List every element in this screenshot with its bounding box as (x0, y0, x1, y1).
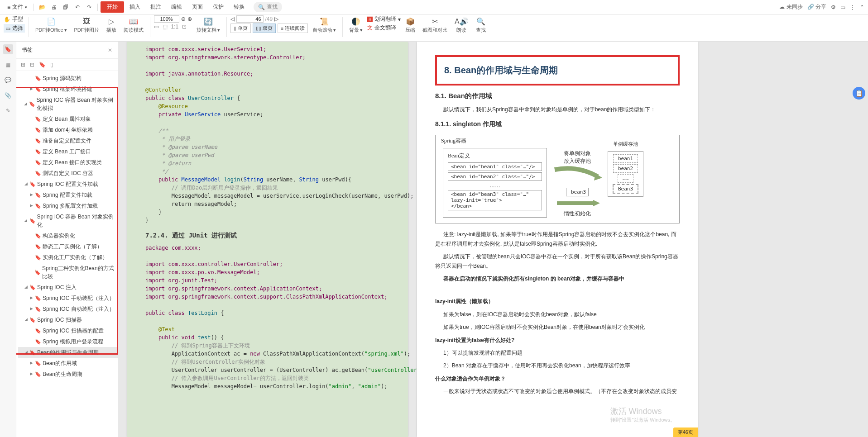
collapse-icon[interactable]: ⌃ (860, 4, 864, 10)
bookmark-item[interactable]: ▶🔖Spring 多配置文件加载 (18, 200, 118, 211)
paragraph: 默认情况下，被管理的bean只会IOC容器中存在一个实例，对于所有获取该Bean… (435, 252, 680, 271)
bookmark-item[interactable]: ◢🔖Spring IOC 配置文件加载 (18, 179, 118, 190)
bookmark-item[interactable]: ◢🔖Spring IOC 注入 (18, 282, 118, 293)
bookmark-item[interactable]: ◢🔖Spring IOC 容器 Bean 对象实例化模拟 (18, 95, 118, 114)
paragraph: 2）Bean 对象存在于缓存中，使用时不用再去实例化bean，加快程序运行效率 (435, 361, 680, 370)
undo-icon[interactable]: ↶ (72, 2, 83, 13)
pdf-to-office[interactable]: 📄PDF转Office▾ (33, 15, 70, 34)
bookmark-item[interactable]: ◢🔖Spring IOC 容器 Bean 对象实例化 (18, 211, 118, 230)
menubar-right: ☁ 未同步 🔗 分享 ⚙ ▭ ⋮ ⌃ (779, 3, 864, 11)
tab-edit[interactable]: 编辑 (167, 1, 187, 13)
comment-tab-icon[interactable]: 💬 (3, 75, 13, 85)
bookmark-item[interactable]: ◢🔖Bean的作用域与生命周期 (18, 347, 118, 358)
document-viewer[interactable]: 📋 import com.xxxx.service.UserService1; … (118, 42, 868, 437)
open-icon[interactable]: 📂 (37, 2, 48, 13)
tab-protect[interactable]: 保护 (208, 1, 228, 13)
tab-annotate[interactable]: 批注 (146, 1, 166, 13)
bookmark-item[interactable]: 🔖定义 Bean 属性对象 (18, 114, 118, 124)
fit-icon[interactable]: ⊡ (182, 24, 187, 30)
bookmark-item[interactable]: 🔖Spring IOC 扫描器的配置 (18, 325, 118, 336)
collapse-all-icon[interactable]: ⊟ (30, 62, 34, 68)
rotate-doc[interactable]: 🔄旋转文档▾ (194, 15, 223, 34)
bookmark-item[interactable]: 🔖添加 dom4j 坐标依赖 (18, 124, 118, 135)
zoom-in-icon[interactable]: ⊕ (187, 16, 192, 22)
expand-all-icon[interactable]: ⊞ (21, 62, 25, 68)
tab-start[interactable]: 开始 (101, 1, 124, 13)
bookmark-icon2[interactable]: ▯ (50, 62, 53, 68)
document-page-right: 8. Bean的作用域与生命周期 8.1. Bean的作用域 默认情况下，我们从… (417, 42, 698, 437)
settings-icon[interactable]: ⚙ (831, 4, 836, 10)
prev-page-icon[interactable]: ◁ (230, 16, 235, 22)
compress[interactable]: 📦压缩 (403, 15, 418, 34)
search-box[interactable]: 🔍 查找 (254, 2, 282, 12)
screenshot-compare[interactable]: ✂截图和对比 (420, 15, 450, 34)
bookmark-tree[interactable]: 🔖Spring 源码架构▶🔖Spring 框架环境搭建◢🔖Spring IOC … (16, 71, 118, 437)
bookmark-item[interactable]: ▶🔖Spring IOC 手动装配（注入） (18, 293, 118, 304)
thumbnail-tab-icon[interactable]: ▦ (3, 60, 13, 70)
paragraph: 容器在启动的情况下就实例化所有singleton 的 bean对象，并缓存与容器… (435, 274, 680, 283)
select-tool[interactable]: ▭ 选择 (4, 24, 25, 33)
hand-tool[interactable]: ✋ 手型 (4, 15, 25, 23)
redo-icon[interactable]: ↷ (84, 2, 95, 13)
bookmark-item[interactable]: ▶🔖Bean的生命周期 (18, 369, 118, 380)
autoscroll[interactable]: 📜自动滚动▾ (310, 15, 339, 34)
zoom-input[interactable]: 100% (154, 15, 179, 23)
full-translate[interactable]: 文 全文翻译 (367, 24, 401, 32)
bookmark-item[interactable]: 🔖构造器实例化 (18, 230, 118, 241)
bookmark-item[interactable]: 🔖定义 Bean 工厂接口 (18, 146, 118, 157)
tab-convert[interactable]: 转换 (229, 1, 249, 13)
page-input[interactable]: 46 (236, 15, 264, 23)
background[interactable]: 🌓背景▾ (346, 15, 365, 34)
file-menu[interactable]: ≡ 文件 ▾ (4, 1, 31, 13)
read-mode[interactable]: 📖阅读模式 (121, 15, 146, 34)
play-button[interactable]: ▷播放 (104, 15, 119, 34)
tab-page[interactable]: 页面 (187, 1, 207, 13)
zoom-out-icon[interactable]: ⊖ (181, 16, 186, 22)
find[interactable]: 🔍查找 (473, 15, 489, 34)
save-icon[interactable]: 🖨 (48, 2, 59, 13)
bookmark-item[interactable]: 🔖Spring三种实例化Bean的方式比较 (18, 263, 118, 282)
page-badge[interactable]: 第46页 (673, 428, 698, 437)
bookmark-item[interactable]: 🔖Spring 模拟用户登录流程 (18, 336, 118, 347)
heading-8-1-1: 8.1.1. singleton 作用域 (435, 120, 680, 128)
close-icon[interactable]: ✕ (108, 47, 112, 53)
continuous-btn[interactable]: ≡ 连续阅读 (278, 24, 308, 33)
bookmark-title: 书签 (22, 46, 33, 54)
signature-tab-icon[interactable]: ✎ (3, 106, 13, 116)
share-button[interactable]: 🔗 分享 (807, 3, 826, 11)
bookmark-item[interactable]: 🔖测试自定义 IOC 容器 (18, 168, 118, 179)
bookmark-item[interactable]: 🔖定义 Bean 接口的实现类 (18, 157, 118, 168)
sync-status[interactable]: ☁ 未同步 (779, 3, 802, 11)
paragraph: 一般来说对于无状态或状态不可改变的对象适合使用单例模式。（不存在会改变对象状态的… (435, 387, 680, 396)
more-icon[interactable]: ⋮ (850, 4, 855, 10)
next-page-icon[interactable]: ▷ (274, 16, 278, 22)
double-page-btn[interactable]: ▯▯ 双页 (253, 24, 276, 33)
svg-marker-1 (593, 200, 600, 206)
print-icon[interactable]: 🗐 (60, 2, 71, 13)
bookmark-item[interactable]: 🔖实例化工厂实例化（了解） (18, 252, 118, 263)
subheading: lazy-init属性（懒加载） (435, 297, 680, 306)
bookmark-item[interactable]: 🔖Spring 源码架构 (18, 73, 118, 84)
tab-insert[interactable]: 插入 (125, 1, 145, 13)
bookmark-item[interactable]: ▶🔖Spring 框架环境搭建 (18, 84, 118, 95)
fit-width-icon[interactable]: ▭ (154, 24, 159, 30)
read-aloud[interactable]: A🔊朗读 (452, 15, 471, 34)
word-translate[interactable]: 🅰 划词翻译▾ (367, 15, 401, 23)
actual-size-icon[interactable]: 1:1 (171, 24, 179, 30)
bookmark-item[interactable]: ◢🔖Spring IOC 扫描器 (18, 314, 118, 325)
heading-8: 8. Bean的作用域与生命周期 (435, 55, 680, 86)
float-assist-icon[interactable]: 📋 (853, 87, 865, 100)
bookmark-panel: 书签 ✕ ⊞ ⊟ 🔖 ▯ 🔖Spring 源码架构▶🔖Spring 框架环境搭建… (16, 42, 118, 437)
add-bookmark-icon[interactable]: 🔖 (39, 62, 46, 68)
bookmark-item[interactable]: 🔖静态工厂实例化（了解） (18, 241, 118, 252)
bookmark-item[interactable]: 🔖准备自定义配置文件 (18, 135, 118, 146)
bookmark-tab-icon[interactable]: 🔖 (3, 44, 13, 54)
bookmark-item[interactable]: ▶🔖Bean的作用域 (18, 358, 118, 369)
bookmark-item[interactable]: ▶🔖Spring 配置文件加载 (18, 190, 118, 200)
single-page-btn[interactable]: ▯ 单页 (230, 24, 251, 33)
window-icon[interactable]: ▭ (840, 4, 845, 10)
attachment-tab-icon[interactable]: 📎 (3, 90, 13, 100)
pdf-to-image[interactable]: 🖼PDF转图片 (72, 15, 102, 34)
bookmark-item[interactable]: ▶🔖Spring IOC 自动装配（注入） (18, 304, 118, 314)
fit-page-icon[interactable]: ⬚ (163, 24, 168, 30)
